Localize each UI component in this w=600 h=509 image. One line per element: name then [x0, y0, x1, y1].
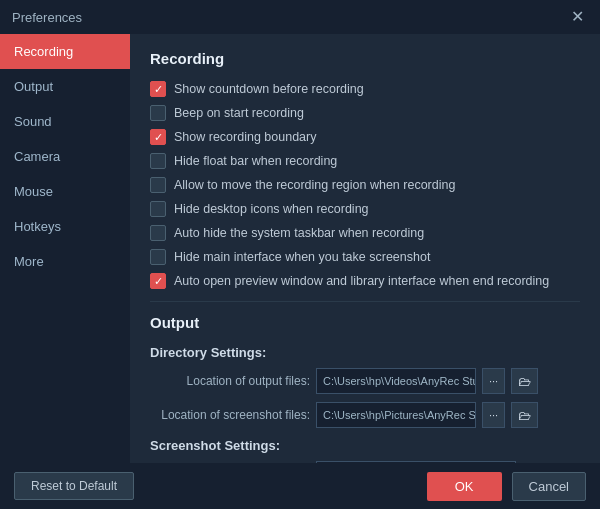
main-panel: Recording ✓ Show countdown before record…: [130, 34, 600, 463]
label-boundary: Show recording boundary: [174, 130, 316, 144]
checkbox-row-hide-main: Hide main interface when you take screen…: [150, 249, 580, 265]
close-button[interactable]: ✕: [567, 7, 588, 27]
output-section: Output Directory Settings: Location of o…: [150, 314, 580, 463]
checkbox-taskbar[interactable]: [150, 225, 166, 241]
content-area: Recording Output Sound Camera Mouse Hotk…: [0, 34, 600, 463]
directory-title: Directory Settings:: [150, 345, 580, 360]
screenshot-settings-title: Screenshot Settings:: [150, 438, 580, 453]
bottom-right-buttons: OK Cancel: [427, 472, 586, 501]
label-beep: Beep on start recording: [174, 106, 304, 120]
recording-title: Recording: [150, 50, 580, 71]
checkbox-row-auto-preview: ✓ Auto open preview window and library i…: [150, 273, 580, 289]
label-taskbar: Auto hide the system taskbar when record…: [174, 226, 424, 240]
preferences-window: Preferences ✕ Recording Output Sound Cam…: [0, 0, 600, 509]
sidebar-item-more[interactable]: More: [0, 244, 130, 279]
checkbox-boundary[interactable]: ✓: [150, 129, 166, 145]
sidebar: Recording Output Sound Camera Mouse Hotk…: [0, 34, 130, 463]
checkbox-row-desktop-icons: Hide desktop icons when recording: [150, 201, 580, 217]
sidebar-item-recording[interactable]: Recording: [0, 34, 130, 69]
window-title: Preferences: [12, 10, 82, 25]
checkbox-move-region[interactable]: [150, 177, 166, 193]
label-move-region: Allow to move the recording region when …: [174, 178, 455, 192]
output-files-dots-button[interactable]: ···: [482, 368, 505, 394]
checkbox-row-countdown: ✓ Show countdown before recording: [150, 81, 580, 97]
output-files-row: Location of output files: C:\Users\hp\Vi…: [150, 368, 580, 394]
output-files-folder-button[interactable]: 🗁: [511, 368, 538, 394]
checkbox-auto-preview[interactable]: ✓: [150, 273, 166, 289]
screenshot-files-folder-button[interactable]: 🗁: [511, 402, 538, 428]
label-hide-main: Hide main interface when you take screen…: [174, 250, 430, 264]
format-select-wrap: PNG JPG BMP GIF: [316, 461, 516, 463]
label-countdown: Show countdown before recording: [174, 82, 364, 96]
checkbox-hide-main[interactable]: [150, 249, 166, 265]
sidebar-item-sound[interactable]: Sound: [0, 104, 130, 139]
section-divider: [150, 301, 580, 302]
title-bar: Preferences ✕: [0, 0, 600, 34]
screenshot-files-label: Location of screenshot files:: [150, 408, 310, 422]
bottom-bar: Reset to Default OK Cancel: [0, 463, 600, 509]
checkbox-beep[interactable]: [150, 105, 166, 121]
checkbox-row-taskbar: Auto hide the system taskbar when record…: [150, 225, 580, 241]
sidebar-item-mouse[interactable]: Mouse: [0, 174, 130, 209]
checkbox-countdown[interactable]: ✓: [150, 81, 166, 97]
sidebar-item-output[interactable]: Output: [0, 69, 130, 104]
checkbox-row-boundary: ✓ Show recording boundary: [150, 129, 580, 145]
ok-button[interactable]: OK: [427, 472, 502, 501]
checkbox-row-move-region: Allow to move the recording region when …: [150, 177, 580, 193]
screenshot-files-dots-button[interactable]: ···: [482, 402, 505, 428]
reset-button[interactable]: Reset to Default: [14, 472, 134, 500]
sidebar-item-hotkeys[interactable]: Hotkeys: [0, 209, 130, 244]
output-files-input[interactable]: C:\Users\hp\Videos\AnyRec Studio\AnyRec …: [316, 368, 476, 394]
checkbox-desktop-icons[interactable]: [150, 201, 166, 217]
checkbox-row-float-bar: Hide float bar when recording: [150, 153, 580, 169]
checkbox-row-beep: Beep on start recording: [150, 105, 580, 121]
checkbox-float-bar[interactable]: [150, 153, 166, 169]
label-float-bar: Hide float bar when recording: [174, 154, 337, 168]
sidebar-item-camera[interactable]: Camera: [0, 139, 130, 174]
format-select[interactable]: PNG JPG BMP GIF: [316, 461, 516, 463]
output-title: Output: [150, 314, 580, 335]
cancel-button[interactable]: Cancel: [512, 472, 586, 501]
label-auto-preview: Auto open preview window and library int…: [174, 274, 549, 288]
screenshot-files-input[interactable]: C:\Users\hp\Pictures\AnyRec Studio\AnyRe…: [316, 402, 476, 428]
output-files-label: Location of output files:: [150, 374, 310, 388]
label-desktop-icons: Hide desktop icons when recording: [174, 202, 369, 216]
screenshot-files-row: Location of screenshot files: C:\Users\h…: [150, 402, 580, 428]
